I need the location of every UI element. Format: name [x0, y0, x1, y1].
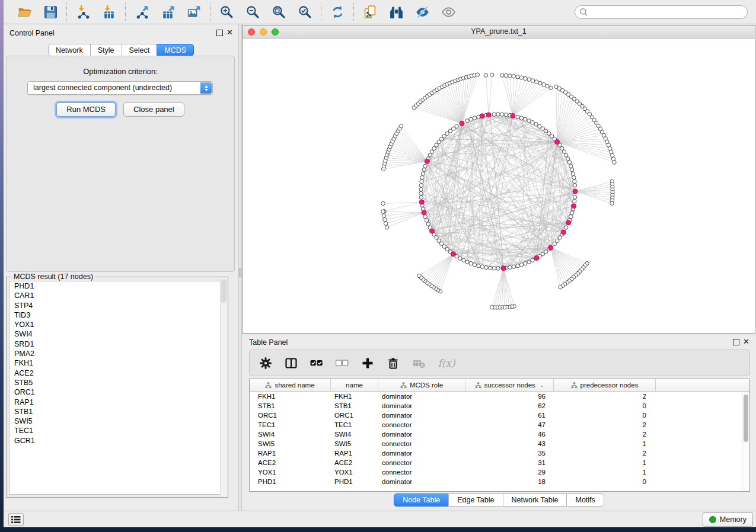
- mcds-result-item[interactable]: SRD1: [9, 339, 225, 349]
- task-history-button[interactable]: [8, 513, 24, 526]
- network-canvas[interactable]: [243, 39, 755, 333]
- table-row[interactable]: PHD1PHD1dominator180: [250, 477, 749, 486]
- table-cell: RAP1: [331, 448, 378, 458]
- control-panel-titlebar: Control Panel ✕: [4, 24, 238, 40]
- mcds-result-item[interactable]: STB5: [9, 378, 225, 387]
- network-graph: [243, 39, 755, 333]
- zoom-selected-icon[interactable]: [296, 3, 314, 21]
- optimization-criterion-value: largest connected component (undirected): [33, 84, 172, 92]
- tab-network[interactable]: Network: [48, 44, 91, 56]
- table-scrollbar-thumb[interactable]: [744, 395, 748, 442]
- tab-motifs[interactable]: Motifs: [566, 493, 604, 507]
- mcds-result-item[interactable]: STB1: [9, 407, 225, 416]
- tab-style[interactable]: Style: [90, 44, 122, 56]
- delete-icon[interactable]: [385, 355, 401, 371]
- hide-eye-icon[interactable]: [413, 3, 431, 21]
- tree-icon: [265, 382, 272, 389]
- result-scrollbar-thumb[interactable]: [221, 279, 227, 303]
- main-toolbar: [4, 0, 756, 24]
- table-row[interactable]: ACE2ACE2connector311: [250, 458, 749, 467]
- search-input[interactable]: [575, 5, 748, 19]
- mcds-result-item[interactable]: YOX1: [9, 320, 225, 329]
- mcds-result-item[interactable]: TID3: [9, 310, 225, 320]
- search-icon: [579, 8, 588, 18]
- mcds-result-item[interactable]: TEC1: [9, 426, 225, 435]
- table-row[interactable]: SWI5SWI5connector431: [250, 439, 749, 448]
- close-table-panel-icon[interactable]: ✕: [743, 337, 749, 346]
- splitter-grip[interactable]: [239, 268, 241, 277]
- tab-node-table[interactable]: Node Table: [394, 493, 449, 507]
- columns-icon[interactable]: [283, 355, 299, 371]
- show-eye-icon[interactable]: [439, 3, 457, 21]
- zoom-out-icon[interactable]: [244, 3, 261, 21]
- mcds-result-item[interactable]: STP4: [9, 301, 225, 310]
- zoom-in-icon[interactable]: [218, 3, 235, 21]
- table-row[interactable]: SWI4SWI4dominator462: [250, 430, 749, 439]
- export-network-icon[interactable]: [133, 3, 151, 21]
- mcds-result-item[interactable]: RAP1: [9, 398, 225, 407]
- table-row[interactable]: YOX1YOX1connector291: [250, 467, 749, 477]
- tab-network-table[interactable]: Network Table: [503, 493, 567, 507]
- control-panel: Control Panel ✕ NetworkStyleSelectMCDS O…: [4, 24, 238, 511]
- add-icon[interactable]: [360, 355, 375, 371]
- table-row[interactable]: STB1STB1dominator620: [250, 401, 749, 411]
- table-row[interactable]: FKH1FKH1dominator962: [250, 392, 749, 401]
- column-header-shared-name[interactable]: shared name: [250, 379, 331, 391]
- settings-icon[interactable]: [258, 355, 273, 371]
- mcds-result-item[interactable]: SWI5: [9, 416, 225, 426]
- mcds-result-item[interactable]: CAR1: [9, 291, 225, 300]
- run-mcds-button[interactable]: Run MCDS: [56, 102, 116, 117]
- close-panel-button[interactable]: Close panel: [123, 102, 184, 117]
- table-row[interactable]: ORC1ORC1dominator610: [250, 411, 749, 420]
- select-all-icon[interactable]: [309, 355, 324, 371]
- export-image-icon[interactable]: [185, 3, 203, 21]
- open-folder-icon[interactable]: [15, 3, 33, 21]
- optimization-criterion-select[interactable]: largest connected component (undirected): [27, 81, 213, 95]
- mcds-buttons: Run MCDS Close panel: [7, 102, 234, 117]
- table-cell: TEC1: [250, 420, 331, 430]
- table-row[interactable]: TEC1TEC1connector472: [250, 420, 749, 430]
- import-table-icon[interactable]: [100, 3, 118, 21]
- mcds-result-item[interactable]: FKH1: [9, 358, 225, 368]
- result-scrollbar[interactable]: [220, 278, 227, 496]
- close-panel-icon[interactable]: ✕: [227, 28, 233, 37]
- mcds-result-item[interactable]: PHD1: [9, 281, 225, 291]
- column-header-successor-nodes[interactable]: successor nodes⌄: [465, 379, 554, 391]
- sort-indicator-icon: ⌄: [540, 382, 544, 388]
- table-cell: dominator: [378, 430, 465, 439]
- tab-mcds[interactable]: MCDS: [157, 44, 194, 56]
- mcds-result-item[interactable]: GCR1: [9, 436, 225, 446]
- table-cell: 31: [465, 458, 554, 467]
- mcds-result-item[interactable]: ORC1: [9, 387, 225, 397]
- mcds-result-item[interactable]: ACE2: [9, 368, 225, 378]
- table-cell: PHD1: [331, 477, 378, 486]
- tab-select[interactable]: Select: [122, 44, 158, 56]
- zoom-fit-icon[interactable]: [270, 3, 288, 21]
- table-scrollbar[interactable]: [742, 392, 749, 491]
- mcds-result-item[interactable]: SWI4: [9, 329, 225, 339]
- binoculars-icon[interactable]: [387, 3, 405, 21]
- table-cell: 0: [554, 401, 656, 411]
- column-header-name[interactable]: name: [331, 379, 378, 391]
- clone-network-icon[interactable]: [361, 3, 379, 21]
- column-header-MCDS-role[interactable]: MCDS role: [378, 379, 465, 391]
- float-table-panel-icon[interactable]: [733, 339, 739, 345]
- float-panel-icon[interactable]: [216, 30, 223, 36]
- table-row[interactable]: RAP1RAP1dominator352: [250, 448, 749, 458]
- table-cell: 43: [465, 439, 554, 448]
- column-label: name: [346, 382, 363, 389]
- save-icon[interactable]: [42, 3, 59, 21]
- tab-edge-table[interactable]: Edge Table: [448, 493, 503, 507]
- mcds-result-item[interactable]: PMA2: [9, 349, 225, 358]
- column-label: successor nodes: [484, 382, 535, 389]
- memory-button[interactable]: Memory: [703, 512, 753, 527]
- export-table-icon[interactable]: [159, 3, 177, 21]
- table-cell: ACE2: [331, 458, 378, 467]
- column-header-predecessor-nodes[interactable]: predecessor nodes: [554, 379, 656, 391]
- import-network-icon[interactable]: [74, 3, 92, 21]
- refresh-icon[interactable]: [328, 3, 346, 21]
- deselect-all-icon[interactable]: [334, 355, 350, 371]
- table-cell: 1: [554, 439, 656, 448]
- delete-table-icon: [411, 355, 426, 371]
- tree-icon: [571, 382, 578, 389]
